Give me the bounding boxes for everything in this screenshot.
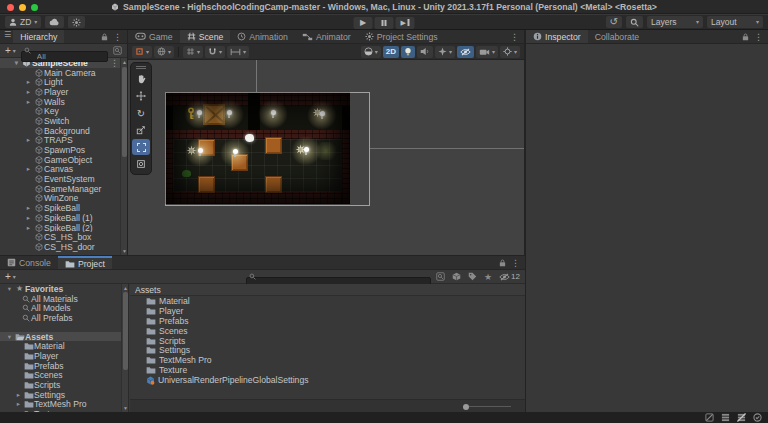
tab-game[interactable]: Game	[128, 30, 180, 43]
rect-tool[interactable]	[132, 139, 150, 155]
favorites-item[interactable]: All Models	[0, 303, 128, 313]
asset-row[interactable]: Prefabs	[130, 316, 525, 326]
kebab-menu-icon[interactable]: ⋮	[113, 32, 122, 42]
light-gizmo[interactable]	[258, 99, 288, 129]
tab-hierarchy[interactable]: Hierarchy	[13, 30, 64, 43]
transform-tool[interactable]	[132, 156, 150, 172]
step-button[interactable]: ▶	[396, 17, 415, 29]
favorites-item[interactable]: All Prefabs	[0, 313, 128, 323]
hierarchy-item[interactable]: ▸ GameObject	[0, 155, 127, 165]
kebab-menu-icon[interactable]: ⋮	[110, 58, 119, 68]
hierarchy-item[interactable]: ▸ SpikeBall (2)	[0, 223, 127, 233]
slime-sprite[interactable]	[182, 170, 191, 177]
undo-history-button[interactable]: ↺	[606, 16, 622, 28]
effects-toggle[interactable]: ▾	[435, 46, 455, 58]
tool-handle-pivot-button[interactable]: ▾	[132, 46, 152, 58]
kebab-menu-icon[interactable]: ⋮	[754, 32, 763, 42]
label-filter-icon[interactable]	[466, 272, 479, 281]
scale-tool[interactable]	[132, 122, 150, 138]
expand-arrow-icon[interactable]: ▾	[12, 59, 21, 67]
lock-icon[interactable]	[499, 259, 506, 267]
tab-project[interactable]: Project	[58, 256, 112, 269]
2d-toggle-button[interactable]: 2D	[383, 46, 399, 58]
asset-row[interactable]: Settings	[130, 345, 525, 355]
favorites-root[interactable]: ▾ ★ Favorites	[0, 284, 128, 294]
tab-project-settings[interactable]: Project Settings	[358, 30, 445, 43]
hierarchy-search-input[interactable]	[21, 51, 108, 62]
account-button[interactable]: ZD▾	[5, 16, 41, 28]
scene-audio-toggle[interactable]	[417, 46, 433, 58]
scroll-down-icon[interactable]: ▼	[121, 248, 128, 254]
hierarchy-item[interactable]: ▸ TRAPS	[0, 136, 127, 146]
hierarchy-item[interactable]: ▸ CS_HS_box	[0, 232, 127, 242]
hierarchy-item[interactable]: ▸ Light	[0, 77, 127, 87]
tile-sprite[interactable]	[265, 137, 282, 154]
global-search-button[interactable]	[626, 16, 643, 28]
hierarchy-item[interactable]: ▸ Switch	[0, 116, 127, 126]
tab-collaborate[interactable]: Collaborate	[588, 30, 646, 43]
project-tree-item[interactable]: ▸ TextMesh Pro	[0, 400, 128, 410]
cache-server-icon[interactable]	[721, 413, 730, 422]
project-add-button[interactable]: +▾	[3, 271, 18, 282]
expand-arrow-icon[interactable]: ▾	[5, 333, 14, 341]
hierarchy-scrollbar[interactable]: ▲ ▼	[120, 58, 127, 255]
hierarchy-item[interactable]: ▸ CS_HS_door	[0, 242, 127, 252]
icon-size-slider[interactable]	[463, 406, 511, 407]
hierarchy-item[interactable]: ▸ SpawnPos	[0, 145, 127, 155]
hierarchy-item[interactable]: ▸ GameManager	[0, 184, 127, 194]
expand-arrow-icon[interactable]: ▸	[24, 224, 33, 232]
move-tool[interactable]	[132, 88, 150, 104]
layers-dropdown[interactable]: Layers▾	[647, 16, 703, 28]
grid-visibility-button[interactable]: ▾	[183, 46, 203, 58]
package-filter-icon[interactable]	[450, 272, 463, 281]
layout-dropdown[interactable]: Layout▾	[707, 16, 763, 28]
expand-arrow-icon[interactable]: ▸	[24, 78, 33, 86]
hierarchy-item[interactable]: ▸ Background	[0, 126, 127, 136]
play-button[interactable]: ▶	[354, 17, 373, 29]
project-tree-item[interactable]: ▸ Settings	[0, 390, 128, 400]
asset-row[interactable]: Scripts	[130, 336, 525, 346]
expand-arrow-icon[interactable]: ▸	[24, 204, 33, 212]
hierarchy-item[interactable]: ▸ Canvas	[0, 165, 127, 175]
light-gizmo[interactable]	[184, 99, 214, 129]
assets-breadcrumb[interactable]: Assets	[130, 284, 525, 296]
light-gizmo[interactable]	[185, 137, 215, 167]
expand-arrow-icon[interactable]: ▸	[14, 391, 23, 399]
light-gizmo[interactable]	[220, 138, 250, 168]
hierarchy-item[interactable]: ▸ SpikeBall	[0, 203, 127, 213]
draw-mode-button[interactable]: ▾	[361, 46, 381, 58]
tab-scene[interactable]: Scene	[180, 30, 231, 43]
project-tree-item[interactable]: ▸ Prefabs	[0, 361, 128, 371]
scene-lighting-toggle[interactable]	[401, 46, 415, 58]
snap-settings-button[interactable]: ▾	[205, 46, 225, 58]
tile-sprite[interactable]	[265, 176, 282, 193]
project-tree-item[interactable]: ▸ Scripts	[0, 380, 128, 390]
scene-render[interactable]	[165, 92, 350, 204]
assets-root[interactable]: ▾ Assets	[0, 332, 128, 342]
project-search[interactable]	[246, 271, 431, 282]
tree-scrollbar[interactable]: ▲ ▼	[121, 284, 128, 412]
kebab-menu-icon[interactable]: ⋮	[511, 258, 520, 268]
search-filter-icon[interactable]	[111, 46, 124, 55]
scroll-up-icon[interactable]: ▲	[121, 59, 128, 65]
view-hand-tool[interactable]	[132, 71, 150, 87]
hierarchy-item[interactable]: ▸ Main Camera	[0, 68, 127, 78]
light-gizmo[interactable]	[307, 100, 337, 130]
tool-handle-rotation-button[interactable]: ▾	[154, 46, 174, 58]
services-button[interactable]	[68, 16, 85, 28]
search-filter-icon[interactable]	[434, 272, 447, 281]
expand-arrow-icon[interactable]: ▸	[14, 400, 23, 408]
hierarchy-item[interactable]: ▸ Walls	[0, 97, 127, 107]
lock-icon[interactable]	[742, 33, 749, 41]
tab-animator[interactable]: Animator	[295, 30, 358, 43]
asset-row[interactable]: TextMesh Pro	[130, 355, 525, 365]
asset-row[interactable]: Scenes	[130, 326, 525, 336]
light-gizmo[interactable]	[214, 99, 244, 129]
hierarchy-item[interactable]: ▸ SpikeBall (1)	[0, 213, 127, 223]
progress-status-icon[interactable]	[753, 413, 762, 422]
hierarchy-item[interactable]: ▸ WinZone	[0, 194, 127, 204]
project-tree-item[interactable]: ▸ Player	[0, 351, 128, 361]
expand-arrow-icon[interactable]: ▾	[5, 285, 14, 293]
scroll-up-icon[interactable]: ▲	[122, 285, 129, 291]
asset-row[interactable]: Material	[130, 296, 525, 306]
